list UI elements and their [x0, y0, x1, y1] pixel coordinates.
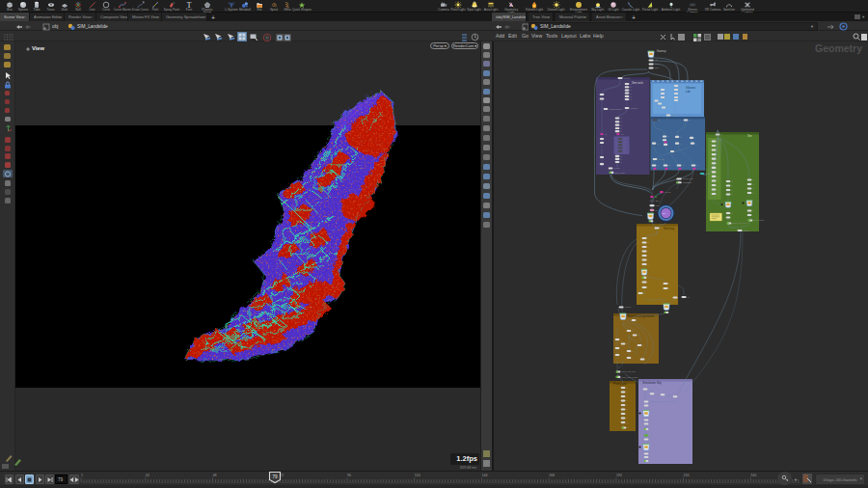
svg-text:out: out — [655, 59, 658, 61]
svg-text:79: 79 — [272, 474, 278, 479]
svg-text:attribwrangle1: attribwrangle1 — [610, 108, 624, 110]
svg-text:post: post — [656, 204, 661, 206]
svg-text:216: 216 — [684, 474, 690, 477]
svg-text:48: 48 — [213, 474, 217, 477]
svg-text:1: 1 — [81, 474, 83, 477]
svg-text:Sim frag: Sim frag — [664, 227, 675, 230]
svg-text:Simulation Sky: Simulation Sky — [642, 381, 662, 385]
svg-text:lowres: lowres — [665, 191, 671, 193]
svg-text:RENDER: RENDER — [683, 181, 692, 183]
svg-text:OUT: OUT — [706, 173, 711, 175]
svg-text:120: 120 — [415, 474, 420, 477]
svg-text:192: 192 — [616, 474, 622, 477]
svg-text:96: 96 — [347, 474, 351, 477]
svg-text:Sim rock: Sim rock — [632, 81, 643, 85]
svg-text:merge: merge — [659, 158, 665, 160]
svg-text:Proxy geo: Proxy geo — [613, 382, 627, 386]
svg-text:240: 240 — [750, 474, 756, 477]
svg-text:m: m — [657, 143, 659, 145]
svg-text:lowres: lowres — [625, 306, 632, 308]
svg-text:OUT_mat_render: OUT_mat_render — [622, 376, 638, 379]
svg-text:output: output — [672, 114, 678, 116]
svg-text:24: 24 — [146, 474, 149, 477]
svg-text:hi: hi — [688, 296, 690, 298]
svg-text:OUT_mat_low: OUT_mat_low — [622, 370, 636, 373]
svg-text:base: base — [655, 67, 661, 68]
svg-text:Lab: Lab — [686, 90, 691, 94]
svg-text:168: 168 — [549, 474, 555, 477]
svg-text:crack: crack — [655, 63, 661, 65]
svg-text:merge: merge — [614, 167, 621, 169]
svg-text:switch: switch — [744, 230, 750, 231]
svg-text:144: 144 — [481, 474, 487, 477]
svg-text:flowmap: flowmap — [657, 49, 666, 53]
svg-text:Sim: Sim — [747, 134, 751, 138]
svg-text:subnet: subnet — [624, 77, 631, 79]
svg-text:switch_sim: switch_sim — [683, 177, 693, 180]
svg-text:sim: sim — [656, 200, 660, 202]
svg-text:wrangle: wrangle — [631, 107, 638, 109]
